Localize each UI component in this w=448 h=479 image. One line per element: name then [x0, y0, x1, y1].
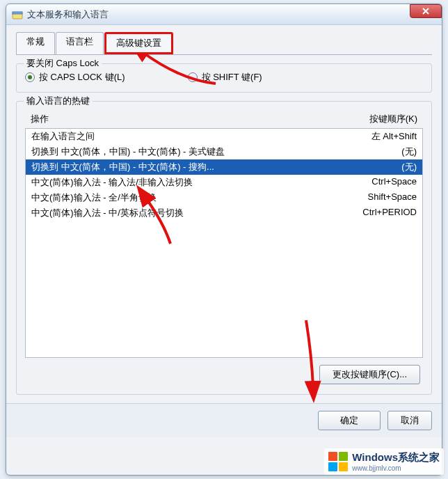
ok-button[interactable]: 确定 [318, 411, 381, 430]
radio-capslock[interactable]: 按 CAPS LOCK 键(L) [25, 71, 125, 84]
watermark: Windows系统之家 www.bjjmlv.com [324, 448, 444, 475]
watermark-logo-icon [328, 452, 348, 471]
radio-shift-label: 按 SHIFT 键(F) [202, 71, 262, 84]
hotkeys-legend: 输入语言的热键 [24, 95, 93, 107]
hotkey-list-header: 操作 按键顺序(K) [25, 111, 423, 127]
change-key-sequence-button[interactable]: 更改按键顺序(C)... [319, 365, 420, 384]
dialog-window: 文本服务和输入语言 常规 语言栏 高级键设置 要关闭 Caps Lock 按 C… [6, 3, 442, 476]
radio-capslock-label: 按 CAPS LOCK 键(L) [39, 71, 125, 84]
watermark-text: Windows系统之家 www.bjjmlv.com [352, 451, 440, 472]
list-item[interactable]: 在输入语言之间 左 Alt+Shift [26, 129, 422, 144]
hotkey-list[interactable]: 在输入语言之间 左 Alt+Shift 切换到 中文(简体，中国) - 中文(简… [25, 128, 423, 358]
close-button[interactable] [410, 4, 442, 18]
list-item[interactable]: 中文(简体)输入法 - 中/英标点符号切换 Ctrl+PERIOD [26, 205, 422, 221]
list-item[interactable]: 中文(简体)输入法 - 全/半角切换 Shift+Space [26, 190, 422, 205]
col-keys: 按键顺序(K) [369, 113, 417, 125]
close-icon [422, 7, 430, 15]
capslock-legend: 要关闭 Caps Lock [24, 57, 102, 70]
tab-language-bar[interactable]: 语言栏 [56, 32, 104, 54]
dialog-button-row: 确定 取消 [6, 403, 442, 437]
radio-shift[interactable]: 按 SHIFT 键(F) [188, 71, 262, 84]
tab-strip: 常规 语言栏 高级键设置 [16, 32, 432, 55]
dialog-content: 常规 语言栏 高级键设置 要关闭 Caps Lock 按 CAPS LOCK 键… [6, 25, 442, 395]
title-bar: 文本服务和输入语言 [6, 4, 442, 25]
window-title: 文本服务和输入语言 [27, 8, 109, 21]
radio-icon [25, 72, 35, 82]
cancel-button[interactable]: 取消 [387, 411, 432, 430]
hotkeys-group: 输入语言的热键 操作 按键顺序(K) 在输入语言之间 左 Alt+Shift 切… [16, 101, 432, 395]
col-action: 操作 [31, 113, 49, 125]
svg-rect-1 [13, 12, 22, 14]
tab-advanced-keys[interactable]: 高级键设置 [104, 32, 173, 54]
list-item-selected[interactable]: 切换到 中文(简体，中国) - 中文(简体) - 搜狗... (无) [26, 159, 422, 175]
app-icon [12, 9, 23, 20]
tab-general[interactable]: 常规 [16, 32, 55, 54]
capslock-group: 要关闭 Caps Lock 按 CAPS LOCK 键(L) 按 SHIFT 键… [16, 63, 432, 93]
list-item[interactable]: 中文(简体)输入法 - 输入法/非输入法切换 Ctrl+Space [26, 175, 422, 190]
radio-icon [188, 72, 198, 82]
list-item[interactable]: 切换到 中文(简体，中国) - 中文(简体) - 美式键盘 (无) [26, 144, 422, 159]
